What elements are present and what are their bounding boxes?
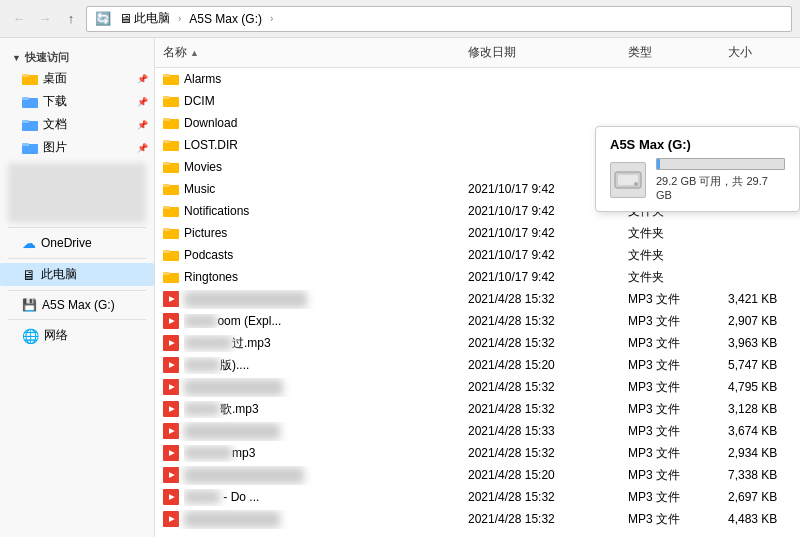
table-row[interactable]: ▶ aaaaaoom (Expl... 2021/4/28 15:32 MP3 … — [155, 310, 800, 332]
mp3-icon: ▶ — [163, 313, 179, 329]
table-row[interactable]: Pictures 2021/10/17 9:42 文件夹 — [155, 222, 800, 244]
cloud-icon: ☁ — [22, 235, 36, 251]
col-header-size[interactable]: 大小 — [720, 42, 800, 63]
table-row[interactable]: ▶ 十七岁那年的雨季.mp3 2021/4/28 15:32 MP3 文件 3,… — [155, 288, 800, 310]
table-row[interactable]: Ringtones 2021/10/17 9:42 文件夹 — [155, 266, 800, 288]
pin-icon: 📌 — [137, 97, 148, 107]
drive-info-text: 29.2 GB 可用，共 29.7 GB — [656, 174, 785, 201]
back-button[interactable]: ← — [8, 8, 30, 30]
folder-icon — [22, 117, 38, 133]
sidebar-item-desktop[interactable]: 桌面 📌 — [0, 67, 154, 90]
table-row[interactable]: ▶ 文件名歌.mp3 2021/4/28 15:32 MP3 文件 3,128 … — [155, 398, 800, 420]
mp3-icon: ▶ — [163, 511, 179, 527]
svg-rect-9 — [163, 74, 170, 77]
sidebar-item-download[interactable]: 下载 📌 — [0, 90, 154, 113]
col-header-name[interactable]: 名称 ▲ — [155, 42, 460, 63]
mp3-icon: ▶ — [163, 401, 179, 417]
drive-tooltip: A5S Max (G:) 29.2 GB 可用，共 29.7 GB — [595, 126, 800, 212]
svg-rect-17 — [163, 162, 170, 165]
title-bar: ← → ↑ 🔄 🖥 此电脑 › A5S Max (G:) › — [0, 0, 800, 38]
drive-icon: 💾 — [22, 298, 37, 312]
col-header-type[interactable]: 类型 — [620, 42, 720, 63]
mp3-icon: ▶ — [163, 379, 179, 395]
folder-icon — [22, 71, 38, 87]
folder-icon — [22, 94, 38, 110]
folder-icon — [163, 71, 179, 87]
sidebar-item-onedrive[interactable]: ☁ OneDrive — [0, 232, 154, 254]
mp3-icon: ▶ — [163, 291, 179, 307]
table-row[interactable]: DCIM — [155, 90, 800, 112]
folder-icon — [163, 137, 179, 153]
mp3-icon: ▶ — [163, 357, 179, 373]
svg-rect-15 — [163, 140, 170, 143]
folder-icon — [163, 203, 179, 219]
address-sep-1: › — [178, 13, 181, 24]
table-row[interactable]: ▶ 文件名 - Do ... 2021/4/28 15:32 MP3 文件 2,… — [155, 486, 800, 508]
folder-icon — [163, 247, 179, 263]
svg-rect-21 — [163, 206, 170, 209]
up-button[interactable]: ↑ — [60, 8, 82, 30]
mp3-icon: ▶ — [163, 335, 179, 351]
drive-image — [610, 162, 646, 198]
svg-rect-1 — [22, 74, 29, 77]
address-part-this-pc[interactable]: 🖥 此电脑 — [115, 8, 174, 29]
table-row[interactable]: Podcasts 2021/10/17 9:42 文件夹 — [155, 244, 800, 266]
svg-rect-13 — [163, 118, 170, 121]
sidebar-item-this-pc[interactable]: 🖥 此电脑 — [0, 263, 154, 286]
quick-access-section[interactable]: ▼ 快速访问 — [0, 46, 154, 67]
this-pc-icon: 🖥 — [119, 11, 132, 26]
folder-icon — [163, 159, 179, 175]
folder-icon — [163, 93, 179, 109]
computer-icon: 🖥 — [22, 267, 36, 283]
folder-icon — [163, 269, 179, 285]
table-row[interactable]: ▶ 文件名称mp3 2021/4/28 15:32 MP3 文件 2,934 K… — [155, 442, 800, 464]
sidebar-divider — [8, 227, 146, 228]
svg-rect-23 — [163, 228, 170, 231]
sidebar-item-network[interactable]: 🌐 网络 — [0, 324, 154, 347]
drive-progress-bar — [656, 158, 785, 170]
mp3-icon: ▶ — [163, 489, 179, 505]
svg-rect-7 — [22, 143, 29, 146]
drive-progress-area: 29.2 GB 可用，共 29.7 GB — [656, 158, 785, 201]
sidebar-divider-4 — [8, 319, 146, 320]
forward-button[interactable]: → — [34, 8, 56, 30]
table-row[interactable]: ▶ 文件名称内容.mp3 2021/4/28 15:32 MP3 文件 4,79… — [155, 376, 800, 398]
folder-icon — [22, 140, 38, 156]
table-row[interactable]: ▶ 文件名称内容数据 2021/4/28 15:33 MP3 文件 3,674 … — [155, 420, 800, 442]
mp3-icon: ▶ — [163, 423, 179, 439]
pin-icon: 📌 — [137, 143, 148, 153]
drive-progress-fill — [657, 159, 660, 169]
svg-rect-27 — [163, 272, 170, 275]
mp3-icon: ▶ — [163, 467, 179, 483]
svg-rect-5 — [22, 120, 29, 123]
svg-rect-3 — [22, 97, 29, 100]
table-row[interactable]: ▶ 《名字》过.mp3 2021/4/28 15:32 MP3 文件 3,963… — [155, 332, 800, 354]
address-part-a5s[interactable]: A5S Max (G:) — [185, 10, 266, 28]
col-header-date[interactable]: 修改日期 — [460, 42, 620, 63]
sidebar-item-a5s[interactable]: 💾 A5S Max (G:) — [0, 295, 154, 315]
drive-tooltip-title: A5S Max (G:) — [610, 137, 785, 152]
sidebar-item-pictures[interactable]: 图片 📌 — [0, 136, 154, 159]
main-area: ▼ 快速访问 桌面 📌 下载 📌 文档 📌 — [0, 38, 800, 537]
folder-icon — [163, 181, 179, 197]
table-row[interactable]: ▶ 文件名称内容数据信息 2021/4/28 15:20 MP3 文件 7,33… — [155, 464, 800, 486]
sidebar-item-docs[interactable]: 文档 📌 — [0, 113, 154, 136]
table-row[interactable]: ▶ 文件名称内容数据 2021/4/28 15:32 MP3 文件 4,483 … — [155, 508, 800, 530]
svg-rect-25 — [163, 250, 170, 253]
table-row[interactable]: ▶ 文件名版).... 2021/4/28 15:20 MP3 文件 5,747… — [155, 354, 800, 376]
svg-rect-11 — [163, 96, 170, 99]
table-row[interactable]: Alarms — [155, 68, 800, 90]
sidebar: ▼ 快速访问 桌面 📌 下载 📌 文档 📌 — [0, 38, 155, 537]
chevron-down-icon: ▼ — [12, 53, 21, 63]
svg-point-30 — [634, 182, 638, 186]
folder-icon — [163, 115, 179, 131]
sidebar-divider-2 — [8, 258, 146, 259]
address-sep-2: › — [270, 13, 273, 24]
network-icon: 🌐 — [22, 328, 39, 344]
address-bar[interactable]: 🔄 🖥 此电脑 › A5S Max (G:) › — [86, 6, 792, 32]
svg-rect-19 — [163, 184, 170, 187]
pin-icon: 📌 — [137, 120, 148, 130]
pin-icon: 📌 — [137, 74, 148, 84]
folder-icon — [163, 225, 179, 241]
content-area: 名称 ▲ 修改日期 类型 大小 Alarms — [155, 38, 800, 537]
